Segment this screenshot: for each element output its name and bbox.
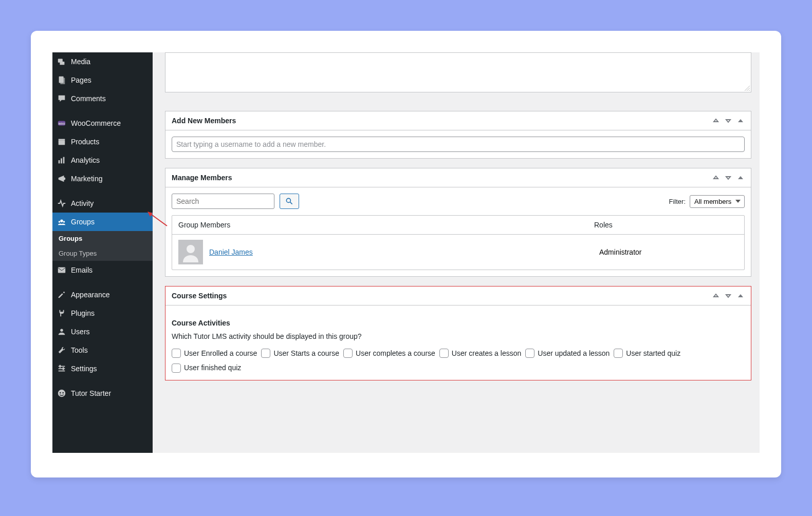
checkbox-input[interactable] xyxy=(343,349,353,358)
svg-rect-19 xyxy=(60,365,61,368)
svg-point-23 xyxy=(62,392,64,394)
sidebar-item-label: Groups xyxy=(71,218,95,226)
checkbox-option[interactable]: User creates a lesson xyxy=(439,348,521,359)
table-row: Daniel James Administrator xyxy=(172,235,744,270)
checkbox-option[interactable]: User started quiz xyxy=(614,348,680,359)
editor-textarea[interactable] xyxy=(165,52,751,92)
emails-icon xyxy=(57,265,67,275)
sidebar-item-label: Marketing xyxy=(71,175,102,183)
submenu-item-group-types[interactable]: Group Types xyxy=(52,246,153,261)
move-up-icon[interactable] xyxy=(712,117,720,125)
move-up-icon[interactable] xyxy=(712,292,720,300)
settings-icon xyxy=(57,364,67,374)
metabox-header: Add New Members xyxy=(165,111,751,130)
member-name-link[interactable]: Daniel James xyxy=(209,248,253,256)
checkbox-input[interactable] xyxy=(439,349,449,358)
course-activities-description: Which Tutor LMS activity should be displ… xyxy=(172,332,745,340)
filter-select[interactable]: All members xyxy=(690,195,745,208)
table-header-members: Group Members xyxy=(178,221,594,229)
avatar-icon xyxy=(180,242,201,262)
move-down-icon[interactable] xyxy=(724,117,732,125)
media-icon xyxy=(57,56,67,67)
groups-icon xyxy=(57,217,67,227)
products-icon xyxy=(57,137,67,147)
sidebar-item-analytics[interactable]: Analytics xyxy=(52,151,153,169)
sidebar-item-label: Appearance xyxy=(71,291,110,299)
metabox-header: Manage Members xyxy=(165,168,751,187)
checkbox-input[interactable] xyxy=(614,349,623,358)
add-member-input[interactable] xyxy=(172,137,745,152)
member-role: Administrator xyxy=(599,248,738,256)
sidebar-item-label: Comments xyxy=(71,94,106,103)
toggle-panel-icon[interactable] xyxy=(736,292,745,300)
sidebar-submenu-groups: Groups Group Types xyxy=(52,231,153,261)
svg-rect-1 xyxy=(60,62,64,65)
checkbox-option[interactable]: User completes a course xyxy=(343,348,435,359)
metabox-add-members: Add New Members xyxy=(165,111,751,159)
toggle-panel-icon[interactable] xyxy=(736,174,745,182)
move-up-icon[interactable] xyxy=(712,174,720,182)
plugins-icon xyxy=(57,308,67,318)
members-search-input[interactable] xyxy=(172,194,274,209)
resize-handle-icon xyxy=(745,86,750,91)
svg-point-11 xyxy=(60,220,63,222)
sidebar-item-marketing[interactable]: Marketing xyxy=(52,169,153,188)
sidebar-item-settings[interactable]: Settings xyxy=(52,359,153,378)
tools-icon xyxy=(57,345,67,355)
metabox-manage-members: Manage Members xyxy=(165,168,751,277)
checkbox-input[interactable] xyxy=(172,364,181,373)
checkbox-option[interactable]: User finished quiz xyxy=(172,362,241,373)
metabox-course-settings: Course Settings Course Activities Which … xyxy=(165,286,751,380)
svg-rect-6 xyxy=(59,140,65,145)
metabox-title: Course Settings xyxy=(172,292,227,300)
svg-rect-7 xyxy=(59,139,65,141)
svg-rect-20 xyxy=(63,367,64,370)
sidebar-item-label: Settings xyxy=(71,365,97,373)
sidebar-item-emails[interactable]: Emails xyxy=(52,261,153,279)
course-activities-checkboxes: User Enrolled a course User Starts a cou… xyxy=(172,348,745,374)
analytics-icon xyxy=(57,155,67,165)
metabox-title: Add New Members xyxy=(172,117,236,125)
sidebar-item-pages[interactable]: Pages xyxy=(52,71,153,89)
checkbox-option[interactable]: User updated a lesson xyxy=(525,348,610,359)
sidebar-item-products[interactable]: Products xyxy=(52,132,153,151)
svg-point-13 xyxy=(63,221,65,223)
sidebar-item-label: Tools xyxy=(71,346,88,354)
search-icon xyxy=(285,197,293,205)
submenu-item-groups[interactable]: Groups xyxy=(52,231,153,246)
sidebar-item-comments[interactable]: Comments xyxy=(52,89,153,108)
sidebar-item-users[interactable]: Users xyxy=(52,322,153,341)
checkbox-option[interactable]: User Starts a course xyxy=(261,348,339,359)
sidebar-item-plugins[interactable]: Plugins xyxy=(52,304,153,322)
svg-rect-8 xyxy=(59,160,60,163)
sidebar-item-woocommerce[interactable]: woo WooCommerce xyxy=(52,114,153,132)
svg-rect-18 xyxy=(59,371,65,372)
admin-sidebar: Media Pages Comments woo WooCommerce Pro… xyxy=(52,52,153,453)
sidebar-item-tutor-starter[interactable]: Tutor Starter xyxy=(52,384,153,403)
marketing-icon xyxy=(57,174,67,184)
sidebar-item-tools[interactable]: Tools xyxy=(52,341,153,359)
sidebar-item-groups[interactable]: Groups xyxy=(52,213,153,231)
svg-point-22 xyxy=(60,392,61,394)
sidebar-item-appearance[interactable]: Appearance xyxy=(52,285,153,304)
checkbox-option[interactable]: User Enrolled a course xyxy=(172,348,257,359)
checkbox-input[interactable] xyxy=(525,349,534,358)
members-search-button[interactable] xyxy=(280,194,299,209)
svg-text:woo: woo xyxy=(58,122,65,125)
svg-point-12 xyxy=(59,221,61,223)
metabox-title: Manage Members xyxy=(172,174,232,182)
sidebar-item-activity[interactable]: Activity xyxy=(52,194,153,213)
sidebar-item-label: Activity xyxy=(71,199,94,207)
sidebar-item-media[interactable]: Media xyxy=(52,52,153,71)
checkbox-input[interactable] xyxy=(172,349,181,358)
svg-point-25 xyxy=(286,198,290,202)
svg-line-26 xyxy=(290,202,292,204)
woo-icon: woo xyxy=(57,118,67,128)
users-icon xyxy=(57,327,67,337)
move-down-icon[interactable] xyxy=(724,292,732,300)
checkbox-input[interactable] xyxy=(261,349,270,358)
move-down-icon[interactable] xyxy=(724,174,732,182)
sidebar-item-label: Users xyxy=(71,328,90,336)
sidebar-item-label: Pages xyxy=(71,76,91,84)
toggle-panel-icon[interactable] xyxy=(736,117,745,125)
